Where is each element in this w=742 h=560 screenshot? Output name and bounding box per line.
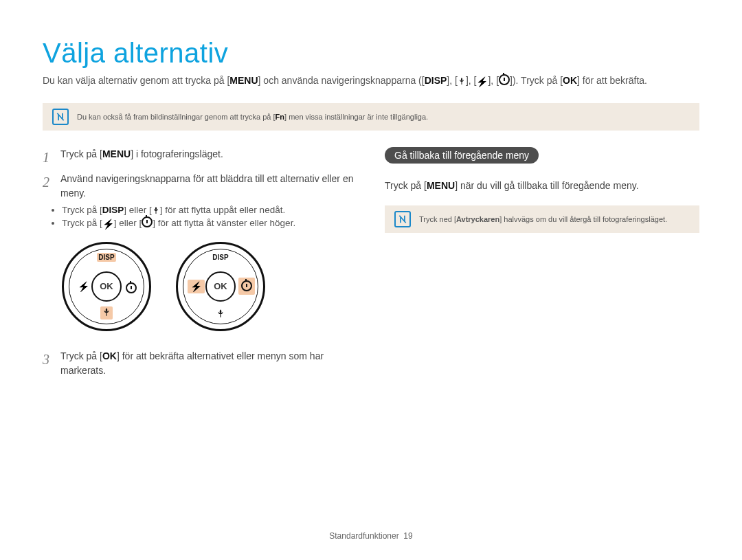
step-text: Tryck på [ [60,148,102,159]
flash-icon [102,219,114,229]
step-body: Tryck på [MENU] i fotograferingsläget. [60,147,357,168]
intro-text: ], [ [466,75,477,86]
ok-center: OK [205,271,236,302]
ok-key: OK [563,74,577,88]
step-number: 1 [43,147,55,168]
page-footer: Standardfunktioner 19 [0,531,742,541]
timer-icon [142,216,153,227]
step-1: 1 Tryck på [MENU] i fotograferingsläget. [43,147,357,168]
note-box: Tryck ned [Avtryckaren] halvvägs om du v… [385,205,699,233]
page-title: Välja alternativ [43,38,699,69]
footer-section: Standardfunktioner [329,531,398,541]
intro-text: ] och använda navigeringsknapparna ([ [258,75,425,86]
bullet-text: Tryck på [ [62,218,102,228]
intro-text: ], [ [488,75,499,86]
note-text-part: ] halvvägs om du vill återgå till fotogr… [499,215,667,223]
right-paragraph: Tryck på [MENU] när du vill gå tillbaka … [385,179,699,193]
step-2: 2 Använd navigeringsknapparna för att bl… [43,172,357,201]
step-number: 2 [43,172,55,201]
right-text: Tryck på [ [385,180,427,191]
list-item: Tryck på [] eller [] för att flytta åt v… [62,216,357,229]
intro-text: Du kan välja alternativ genom att trycka… [43,75,229,86]
intro-text: ]). Tryck på [ [510,75,563,86]
note-text-part: Tryck ned [ [419,215,456,223]
bullet-text: ] eller [ [114,218,142,228]
right-column: Gå tillbaka till föregående meny Tryck p… [385,147,699,382]
bullet-text: ] eller [ [124,205,152,215]
dial-vertical-highlight: OK DISP [62,242,151,331]
note-text: Tryck ned [Avtryckaren] halvvägs om du v… [419,215,667,223]
timer-icon [236,278,257,295]
note-box: Du kan också få fram bildinställningar g… [43,103,699,131]
note-text-part: ] men vissa inställningar är inte tillgä… [284,113,428,121]
disp-label: DISP [93,254,120,261]
manual-page: Välja alternativ Du kan välja alternativ… [0,0,742,560]
macro-icon [152,205,160,215]
disp-key: DISP [425,74,447,88]
bullet-text: ] för att flytta uppåt eller nedåt. [160,205,285,215]
section-pill: Gå tillbaka till föregående meny [385,147,539,164]
step-3: 3 Tryck på [OK] för att bekräfta alterna… [43,349,357,378]
flash-icon [73,278,93,295]
step-number: 3 [43,349,55,378]
right-text: ] när du vill gå tillbaka till föregåend… [455,180,638,191]
dial-illustrations: OK DISP OK DISP [62,242,357,331]
timer-icon [121,280,142,296]
step-2-bullets: Tryck på [DISP] eller [] för att flytta … [62,205,357,229]
macro-icon [458,75,466,86]
macro-icon [96,305,117,322]
content-columns: 1 Tryck på [MENU] i fotograferingsläget.… [43,147,699,382]
step-body: Använd navigeringsknapparna för att bläd… [60,172,357,201]
bullet-text: Tryck på [ [62,205,102,215]
flash-icon [476,76,488,89]
footer-page-number: 19 [403,531,412,541]
menu-key: MENU [229,74,258,88]
bullet-text: ] för att flytta åt vänster eller höger. [153,218,295,228]
left-column: 1 Tryck på [MENU] i fotograferingsläget.… [43,147,357,382]
list-item: Tryck på [DISP] eller [] för att flytta … [62,205,357,215]
menu-key: MENU [427,179,455,193]
shutter-key: Avtryckaren [456,215,499,223]
menu-key: MENU [102,147,131,161]
intro-paragraph: Du kan välja alternativ genom att trycka… [43,74,699,89]
ok-key: OK [102,349,117,363]
ok-center: OK [91,271,122,302]
macro-icon [210,305,231,322]
disp-label: DISP [207,254,234,261]
step-text: Tryck på [ [60,350,102,361]
fn-key: Fn [276,113,284,121]
step-body: Tryck på [OK] för att bekräfta alternati… [60,349,357,378]
note-icon [394,211,411,227]
disp-text: DISP [97,253,115,262]
note-text: Du kan också få fram bildinställningar g… [77,113,428,121]
step-text: ] i fotograferingsläget. [131,148,223,159]
timer-icon [499,74,510,85]
disp-key: DISP [102,205,124,215]
flash-icon [186,278,206,295]
intro-text: ] för att bekräfta. [577,75,647,86]
intro-text: ], [ [447,75,458,86]
note-icon [52,109,69,125]
note-text-part: Du kan också få fram bildinställningar g… [77,113,276,121]
dial-horizontal-highlight: OK DISP [176,242,265,331]
